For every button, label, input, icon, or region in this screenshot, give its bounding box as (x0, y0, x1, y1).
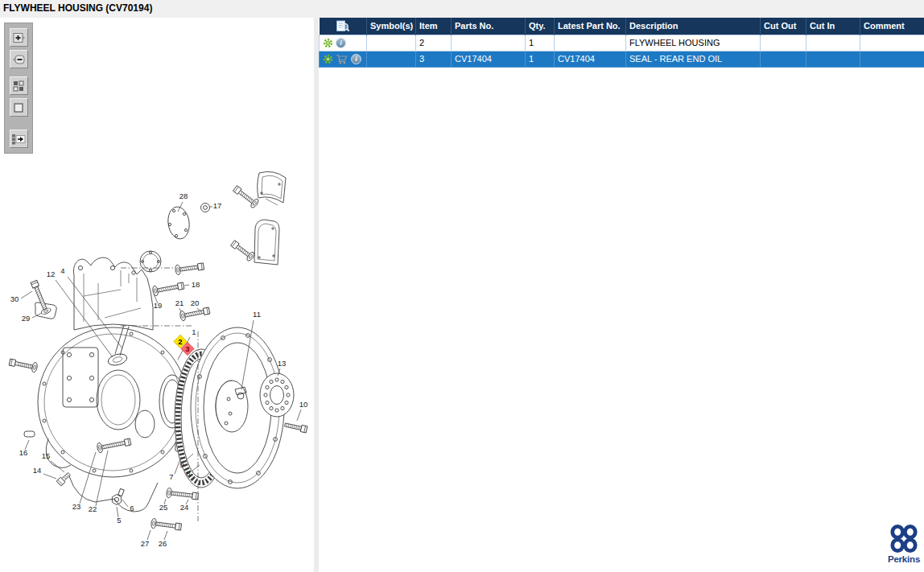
cell-parts_no (452, 35, 526, 51)
col-item[interactable]: Item (416, 18, 452, 35)
callout-26[interactable]: 26 (159, 531, 167, 548)
part-plug-17 (201, 204, 210, 212)
callout-17[interactable]: 17 (210, 201, 221, 210)
perkins-logo-icon (889, 524, 918, 553)
col-qty[interactable]: Qty. (526, 18, 555, 35)
zoom-all-button[interactable] (10, 76, 28, 95)
col-parts_no[interactable]: Parts No. (452, 18, 526, 35)
toggle-panel-button[interactable] (10, 130, 28, 148)
callout-24[interactable]: 24 (180, 500, 189, 512)
cell-actions: i (320, 51, 367, 67)
callout-20[interactable]: 20 (191, 298, 202, 312)
callout-23[interactable]: 23 (72, 452, 96, 511)
col-comment[interactable]: Comment (860, 18, 924, 35)
svg-text:28: 28 (179, 191, 188, 200)
callout-19[interactable]: 19 (154, 294, 163, 310)
svg-text:24: 24 (180, 503, 189, 512)
svg-text:18: 18 (192, 280, 200, 289)
part-plate-top (258, 171, 286, 205)
gear-icon[interactable] (323, 38, 333, 48)
col-latest_part_no[interactable]: Latest Part No. (555, 18, 626, 35)
part-pin-16 (24, 431, 35, 437)
callout-5[interactable]: 5 (117, 507, 122, 525)
bolt (175, 261, 204, 275)
svg-text:4: 4 (60, 266, 64, 275)
info-icon[interactable]: i (351, 54, 361, 64)
svg-text:11: 11 (253, 310, 261, 319)
cell-item: 2 (416, 35, 452, 51)
cell-cut_out (761, 35, 806, 51)
svg-text:10: 10 (299, 400, 308, 409)
svg-text:27: 27 (141, 539, 150, 548)
table-head: Symbol(s)ItemParts No.Qty.Latest Part No… (320, 18, 924, 35)
table-row[interactable]: i3CV174041CV17404SEAL - REAR END OIL (320, 51, 924, 67)
brand-logo-text: Perkins (888, 554, 920, 564)
callout-15[interactable]: 15 (42, 451, 64, 472)
bolt (29, 280, 52, 315)
callout-12[interactable]: 12 (47, 270, 113, 357)
svg-text:15: 15 (42, 451, 51, 460)
panel-arrow-icon (11, 133, 26, 146)
diagram-artwork (24, 171, 294, 521)
brand-logo: Perkins (885, 524, 922, 564)
col-cut_out[interactable]: Cut Out (761, 18, 806, 35)
zoom-out-button[interactable] (10, 50, 28, 68)
part-plate-lower (254, 220, 279, 265)
svg-text:29: 29 (22, 314, 31, 323)
callout-14[interactable]: 14 (33, 466, 56, 479)
col-cut_in[interactable]: Cut In (806, 18, 860, 35)
bolt (166, 488, 198, 501)
callout-10[interactable]: 10 (297, 400, 307, 421)
svg-text:13: 13 (278, 359, 287, 368)
bolt (284, 422, 307, 433)
square-icon (12, 101, 25, 114)
svg-text:25: 25 (159, 503, 168, 512)
col-actions[interactable] (320, 18, 367, 35)
table-row[interactable]: i21FLYWHEEL HOUSING (320, 35, 924, 51)
bolt (9, 357, 38, 372)
cell-latest_part_no (555, 35, 626, 51)
parts-table: Symbol(s)ItemParts No.Qty.Latest Part No… (319, 18, 924, 68)
cell-comment (860, 51, 924, 67)
zoom-in-button[interactable] (10, 28, 28, 47)
callout-18[interactable]: 18 (184, 280, 200, 289)
svg-text:12: 12 (47, 270, 56, 278)
bolt (97, 437, 131, 453)
bolt (152, 281, 184, 296)
bolt (232, 184, 259, 208)
col-description[interactable]: Description (626, 18, 761, 35)
cell-latest_part_no: CV17404 (555, 51, 626, 67)
part-nut-5 (112, 488, 124, 504)
bolt (179, 306, 210, 321)
part-round-cover (140, 251, 161, 272)
cell-comment (860, 35, 924, 51)
gear-icon[interactable] (323, 54, 333, 64)
zoom-out-icon (12, 53, 26, 66)
callout-13[interactable]: 13 (278, 359, 287, 376)
callout-27[interactable]: 27 (141, 530, 151, 548)
callout-4[interactable]: 4 (60, 266, 122, 348)
callout-29[interactable]: 29 (22, 313, 42, 323)
cell-item: 3 (416, 51, 452, 67)
zoom-window-button[interactable] (10, 98, 28, 117)
col-symbols[interactable]: Symbol(s) (367, 18, 416, 35)
svg-text:1: 1 (192, 327, 196, 336)
svg-text:2: 2 (178, 337, 182, 346)
cell-qty: 1 (526, 35, 555, 51)
callout-16[interactable]: 16 (19, 440, 29, 457)
svg-text:19: 19 (154, 301, 163, 310)
table-header-row: Symbol(s)ItemParts No.Qty.Latest Part No… (320, 18, 924, 35)
callout-25[interactable]: 25 (159, 499, 168, 512)
svg-text:8: 8 (186, 469, 190, 478)
bolt (229, 239, 255, 262)
cell-description: SEAL - REAR END OIL (626, 51, 761, 67)
callout-22[interactable]: 22 (89, 451, 108, 513)
svg-text:9: 9 (179, 460, 184, 469)
info-icon[interactable]: i (336, 38, 346, 48)
cart-icon[interactable] (336, 54, 349, 64)
svg-text:22: 22 (89, 504, 97, 513)
diagram-panel: 2817302912418192120111231310161514232256… (0, 157, 316, 567)
callout-30[interactable]: 30 (10, 291, 32, 303)
grid-icon (12, 80, 25, 93)
cell-actions: i (320, 35, 367, 51)
